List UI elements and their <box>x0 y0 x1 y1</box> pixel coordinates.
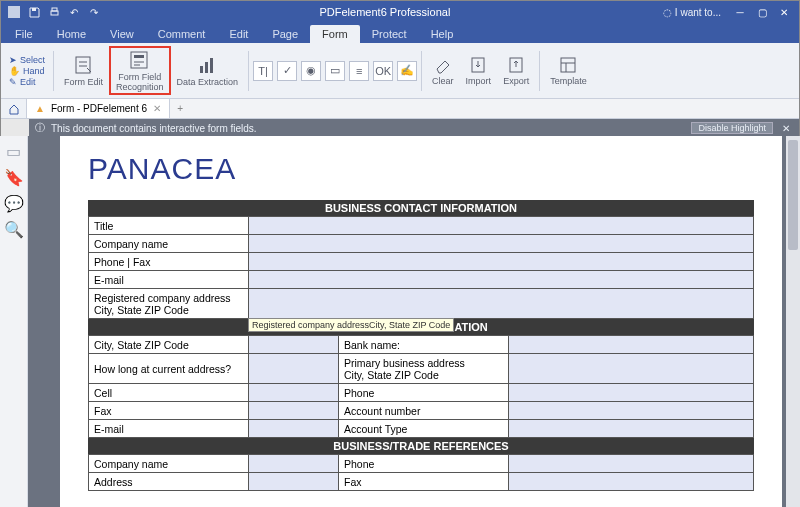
svg-rect-6 <box>134 55 144 58</box>
info-message: This document contains interactive form … <box>51 123 257 134</box>
hand-icon: ✋ <box>9 66 20 76</box>
list-icon[interactable]: ≡ <box>349 61 369 81</box>
tab-edit[interactable]: Edit <box>217 25 260 43</box>
tab-view[interactable]: View <box>98 25 146 43</box>
field-ref-fax[interactable] <box>509 473 754 491</box>
field-primary-addr[interactable] <box>509 354 754 384</box>
home-tab-button[interactable] <box>1 99 27 118</box>
tab-form[interactable]: Form <box>310 25 360 43</box>
label-ref-company: Company name <box>89 455 249 473</box>
tab-protect[interactable]: Protect <box>360 25 419 43</box>
minimize-button[interactable]: ─ <box>729 3 751 21</box>
field-account-no[interactable] <box>509 402 754 420</box>
label-ref-phone: Phone <box>339 455 509 473</box>
label-phone: Phone <box>339 384 509 402</box>
recognition-icon <box>129 49 151 71</box>
app-icon <box>7 5 21 19</box>
checkbox-icon[interactable]: ✓ <box>277 61 297 81</box>
field-howlong[interactable] <box>249 354 339 384</box>
label-account-no: Account number <box>339 402 509 420</box>
field-fax[interactable] <box>249 402 339 420</box>
tab-file[interactable]: File <box>3 25 45 43</box>
button-icon[interactable]: OK <box>373 61 393 81</box>
close-tab-icon[interactable]: ✕ <box>153 103 161 114</box>
scrollbar-thumb[interactable] <box>788 140 798 250</box>
section-header-references: BUSINESS/TRADE REFERENCES <box>88 438 754 454</box>
i-want-to[interactable]: ◌I want to... <box>663 7 721 18</box>
label-ref-address: Address <box>89 473 249 491</box>
tab-home[interactable]: Home <box>45 25 98 43</box>
quick-access: ↶ ↷ <box>1 5 107 19</box>
app-title: PDFelement6 Professional <box>107 6 663 18</box>
field-reg-addr[interactable] <box>249 289 754 319</box>
section-header-contact: BUSINESS CONTACT INFORMATION <box>88 200 754 216</box>
template-icon <box>558 55 578 75</box>
thumbnails-icon[interactable]: ▭ <box>7 144 21 158</box>
comments-icon[interactable]: 💬 <box>7 196 21 210</box>
hand-tool[interactable]: ✋Hand <box>9 66 45 76</box>
import-button[interactable]: Import <box>460 53 498 89</box>
label-email2: E-mail <box>89 420 249 438</box>
document-tab[interactable]: ▲ Form - PDFelement 6 ✕ <box>27 99 170 118</box>
field-bank[interactable] <box>509 336 754 354</box>
textfield-icon[interactable]: T| <box>253 61 273 81</box>
close-button[interactable]: ✕ <box>773 3 795 21</box>
field-company[interactable] <box>249 235 754 253</box>
radio-icon[interactable]: ◉ <box>301 61 321 81</box>
label-account-type: Account Type <box>339 420 509 438</box>
field-email[interactable] <box>249 271 754 289</box>
select-tool[interactable]: ➤Select <box>9 55 45 65</box>
form-controls-group: T| ✓ ◉ ▭ ≡ OK ✍ <box>253 61 417 81</box>
field-ref-address[interactable] <box>249 473 339 491</box>
field-title[interactable] <box>249 217 754 235</box>
redo-icon[interactable]: ↷ <box>87 5 101 19</box>
menu-bar: File Home View Comment Edit Page Form Pr… <box>1 23 799 43</box>
field-city-zip[interactable] <box>249 336 339 354</box>
title-bar: ↶ ↷ PDFelement6 Professional ◌I want to.… <box>1 1 799 23</box>
field-cell[interactable] <box>249 384 339 402</box>
svg-rect-3 <box>52 8 57 11</box>
info-bar: ⓘ This document contains interactive for… <box>29 119 799 137</box>
label-cell: Cell <box>89 384 249 402</box>
bookmarks-icon[interactable]: 🔖 <box>7 170 21 184</box>
document-logo: PANACEA <box>88 152 754 186</box>
field-ref-phone[interactable] <box>509 455 754 473</box>
undo-icon[interactable]: ↶ <box>67 5 81 19</box>
search-icon[interactable]: 🔍 <box>7 222 21 236</box>
warning-icon: ▲ <box>35 103 45 114</box>
close-infobar-button[interactable]: ✕ <box>779 123 793 134</box>
field-phone[interactable] <box>509 384 754 402</box>
eraser-icon <box>433 55 453 75</box>
label-reg-addr: Registered company addressCity, State ZI… <box>89 289 249 319</box>
field-account-type[interactable] <box>509 420 754 438</box>
label-fax: Fax <box>89 402 249 420</box>
template-button[interactable]: Template <box>544 53 593 89</box>
field-phonefax[interactable] <box>249 253 754 271</box>
ribbon: ➤Select ✋Hand ✎Edit Form Edit Form Field… <box>1 43 799 99</box>
export-button[interactable]: Export <box>497 53 535 89</box>
print-icon[interactable] <box>47 5 61 19</box>
tab-page[interactable]: Page <box>260 25 310 43</box>
clear-button[interactable]: Clear <box>426 53 460 89</box>
label-primary-addr: Primary business addressCity, State ZIP … <box>339 354 509 384</box>
svg-rect-8 <box>205 62 208 73</box>
tab-help[interactable]: Help <box>419 25 466 43</box>
tab-comment[interactable]: Comment <box>146 25 218 43</box>
scrollbar[interactable] <box>786 136 800 507</box>
signature-icon[interactable]: ✍ <box>397 61 417 81</box>
contact-table: Title Company name Phone | Fax E-mail Re… <box>88 216 754 319</box>
save-icon[interactable] <box>27 5 41 19</box>
form-edit-button[interactable]: Form Edit <box>58 52 109 90</box>
document-tab-label: Form - PDFelement 6 <box>51 103 147 114</box>
disable-highlight-button[interactable]: Disable Highlight <box>691 122 773 134</box>
form-field-recognition-button[interactable]: Form Field Recognition <box>109 46 171 96</box>
svg-rect-12 <box>561 58 575 72</box>
field-email2[interactable] <box>249 420 339 438</box>
label-bank: Bank name: <box>339 336 509 354</box>
edit-tool[interactable]: ✎Edit <box>9 77 45 87</box>
field-ref-company[interactable] <box>249 455 339 473</box>
add-tab-button[interactable]: + <box>170 103 190 114</box>
combo-icon[interactable]: ▭ <box>325 61 345 81</box>
data-extraction-button[interactable]: Data Extraction <box>171 52 245 90</box>
maximize-button[interactable]: ▢ <box>751 3 773 21</box>
